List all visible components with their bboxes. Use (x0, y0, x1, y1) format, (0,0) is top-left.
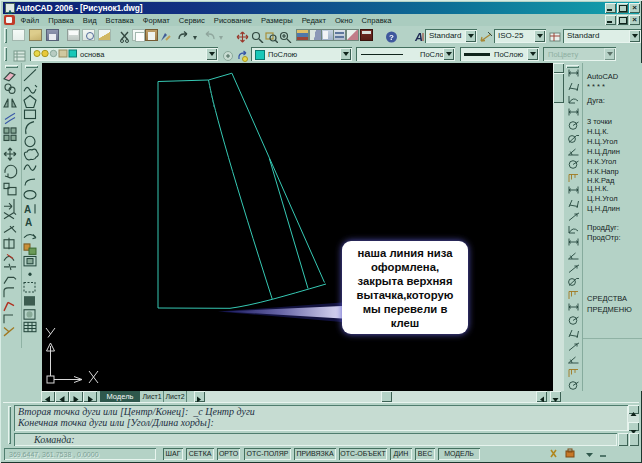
svg-text:A: A (25, 217, 33, 228)
svg-text:?: ? (389, 33, 394, 42)
svg-text:вытачка,которую: вытачка,которую (357, 289, 454, 301)
svg-text:A: A (414, 31, 423, 43)
svg-text:оформлена,: оформлена, (371, 261, 439, 273)
svg-text:закрыта верхняя: закрыта верхняя (357, 275, 452, 287)
svg-text:A: A (24, 203, 32, 214)
svg-text:клеш: клеш (391, 317, 420, 329)
svg-text:мы перевели в: мы перевели в (363, 303, 448, 315)
svg-text:наша линия низа: наша линия низа (357, 247, 453, 259)
